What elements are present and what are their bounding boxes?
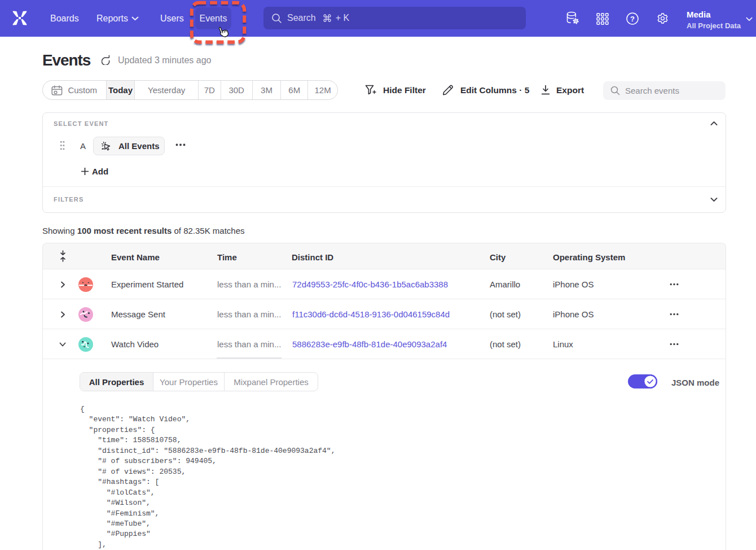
svg-text:?: ? bbox=[630, 15, 635, 23]
